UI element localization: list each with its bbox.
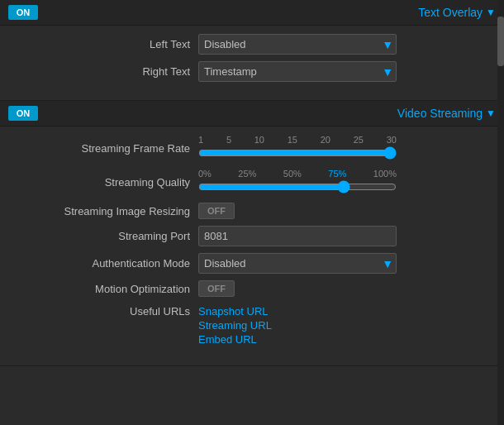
- frame-rate-mark-15: 15: [288, 135, 297, 145]
- scroll-thumb[interactable]: [497, 17, 504, 66]
- auth-mode-select[interactable]: Disabled Basic Digest: [198, 253, 397, 274]
- left-text-select-wrapper: Disabled Timestamp Custom ▼: [198, 34, 397, 55]
- port-control: [198, 226, 487, 246]
- motion-opt-toggle[interactable]: OFF: [198, 280, 235, 297]
- right-text-row: Right Text Timestamp Disabled Custom ▼: [17, 61, 487, 82]
- text-overlay-title: Text Overlay: [418, 6, 483, 19]
- left-text-select[interactable]: Disabled Timestamp Custom: [198, 34, 397, 55]
- useful-urls-control: Snapshot URL Streaming URL Embed URL: [198, 305, 487, 347]
- port-row: Streaming Port: [17, 226, 487, 246]
- quality-mark-50: 50%: [283, 169, 302, 179]
- right-text-select-wrapper: Timestamp Disabled Custom ▼: [198, 61, 397, 82]
- port-input[interactable]: [198, 226, 397, 246]
- quality-mark-75: 75%: [328, 169, 346, 179]
- motion-opt-control: OFF: [198, 280, 487, 297]
- left-text-row: Left Text Disabled Timestamp Custom ▼: [17, 34, 487, 55]
- frame-rate-row: Streaming Frame Rate 1 5 10 15 20 25 30: [17, 135, 487, 162]
- image-resizing-label: Streaming Image Resizing: [17, 205, 198, 217]
- snapshot-url-link[interactable]: Snapshot URL: [198, 305, 487, 318]
- auth-mode-row: Authentication Mode Disabled Basic Diges…: [17, 253, 487, 274]
- image-resizing-row: Streaming Image Resizing OFF: [17, 203, 487, 219]
- frame-rate-labels: 1 5 10 15 20 25 30: [198, 135, 397, 145]
- frame-rate-label: Streaming Frame Rate: [17, 142, 198, 155]
- right-text-select[interactable]: Timestamp Disabled Custom: [198, 61, 397, 82]
- quality-mark-25: 25%: [238, 169, 256, 179]
- quality-mark-100: 100%: [373, 169, 397, 179]
- image-resizing-control: OFF: [198, 203, 487, 219]
- motion-opt-label: Motion Optimization: [17, 283, 198, 295]
- text-overlay-header: ON Text Overlay ▼: [0, 0, 504, 26]
- useful-urls-label: Useful URLs: [17, 305, 198, 318]
- right-text-control: Timestamp Disabled Custom ▼: [198, 61, 487, 82]
- scrollbar[interactable]: [497, 0, 504, 425]
- useful-urls-row: Useful URLs Snapshot URL Streaming URL E…: [17, 305, 487, 347]
- text-overlay-form: Left Text Disabled Timestamp Custom ▼ Ri…: [0, 26, 504, 101]
- auth-mode-label: Authentication Mode: [17, 257, 198, 270]
- quality-row: Streaming Quality 0% 25% 50% 75% 100%: [17, 169, 487, 196]
- left-text-label: Left Text: [17, 38, 198, 50]
- port-label: Streaming Port: [17, 230, 198, 242]
- auth-mode-control: Disabled Basic Digest ▼: [198, 253, 487, 274]
- frame-rate-slider-container: 1 5 10 15 20 25 30: [198, 135, 397, 162]
- frame-rate-mark-10: 10: [254, 135, 264, 145]
- video-streaming-toggle[interactable]: ON: [8, 106, 38, 121]
- video-streaming-title: Video Streaming: [397, 107, 483, 120]
- frame-rate-mark-30: 30: [387, 135, 397, 145]
- video-streaming-header: ON Video Streaming ▼: [0, 101, 504, 127]
- right-text-label: Right Text: [17, 65, 198, 78]
- left-text-control: Disabled Timestamp Custom ▼: [198, 34, 487, 55]
- frame-rate-slider[interactable]: [198, 146, 397, 160]
- frame-rate-mark-20: 20: [321, 135, 330, 145]
- text-overlay-toggle[interactable]: ON: [8, 5, 38, 20]
- video-streaming-chevron: ▼: [486, 107, 496, 119]
- video-streaming-form: Streaming Frame Rate 1 5 10 15 20 25 30: [0, 127, 504, 366]
- quality-slider[interactable]: [198, 180, 397, 193]
- quality-labels: 0% 25% 50% 75% 100%: [198, 169, 397, 179]
- frame-rate-mark-25: 25: [354, 135, 364, 145]
- quality-control: 0% 25% 50% 75% 100%: [198, 169, 487, 196]
- streaming-url-link[interactable]: Streaming URL: [198, 319, 487, 332]
- frame-rate-mark-1: 1: [198, 135, 203, 145]
- page-wrapper: ON Text Overlay ▼ Left Text Disabled Tim…: [0, 0, 504, 366]
- image-resizing-toggle[interactable]: OFF: [198, 203, 235, 219]
- quality-mark-0: 0%: [198, 169, 212, 179]
- auth-mode-select-wrapper: Disabled Basic Digest ▼: [198, 253, 397, 274]
- motion-opt-row: Motion Optimization OFF: [17, 280, 487, 297]
- quality-slider-container: 0% 25% 50% 75% 100%: [198, 169, 397, 196]
- text-overlay-chevron: ▼: [486, 7, 496, 18]
- frame-rate-mark-5: 5: [226, 135, 231, 145]
- frame-rate-control: 1 5 10 15 20 25 30: [198, 135, 487, 162]
- quality-label: Streaming Quality: [17, 176, 198, 189]
- embed-url-link[interactable]: Embed URL: [198, 333, 487, 346]
